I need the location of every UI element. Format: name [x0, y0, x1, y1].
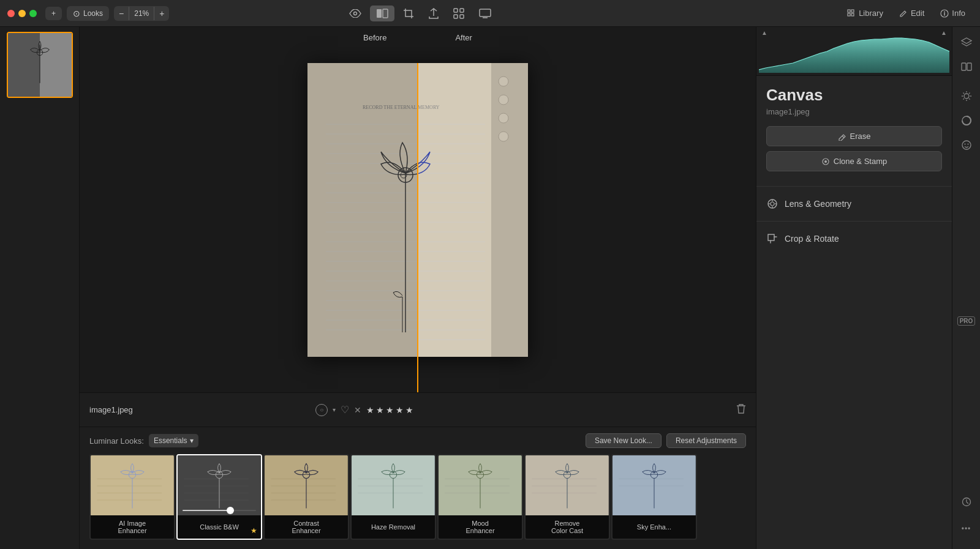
svg-point-19 [499, 77, 508, 86]
svg-point-149 [962, 141, 971, 149]
after-label: After [445, 32, 481, 43]
minimize-button[interactable] [18, 10, 26, 17]
look-slider[interactable] [178, 510, 261, 511]
share-tool-button[interactable] [423, 5, 445, 22]
svg-rect-18 [491, 63, 528, 357]
library-icon [847, 9, 856, 18]
looks-actions: Save New Look... Reset Adjustments [586, 433, 746, 448]
maximize-button[interactable] [29, 10, 37, 17]
history-button[interactable] [956, 491, 977, 512]
svg-point-21 [499, 113, 508, 123]
canvas-area: Before After [80, 27, 756, 549]
mood-button[interactable] [956, 135, 977, 155]
star-4[interactable]: ★ [396, 405, 404, 415]
color-icon [961, 115, 972, 126]
columns-icon [961, 62, 972, 71]
brightness-button[interactable] [956, 86, 977, 106]
svg-rect-10 [848, 13, 850, 16]
split-image-container[interactable]: RECORD THE ETERNAL MEMORY [307, 63, 528, 357]
look-thumb-bg [91, 455, 174, 515]
image-filename: image1.jpeg [89, 405, 151, 414]
look-sky-enhancer[interactable]: Sky Enha... [611, 454, 697, 540]
look-mood-enhancer[interactable]: MoodEnhancer [437, 454, 523, 540]
color-button[interactable] [956, 110, 977, 131]
star-3[interactable]: ★ [386, 405, 394, 415]
top-bar-right: Library Edit Info [840, 6, 973, 21]
svg-point-22 [499, 132, 508, 141]
circle-rating-button[interactable]: ○ [315, 404, 328, 416]
compare-tool-button[interactable] [370, 6, 394, 21]
lens-geometry-section: Lens & Geometry [756, 186, 952, 221]
look-thumb-bg [178, 455, 261, 515]
zoom-in-button[interactable]: + [154, 6, 169, 21]
circle-icon: ○ [320, 406, 323, 413]
look-contrast-enhancer[interactable]: ContrastEnhancer [263, 454, 349, 540]
looks-thumbnails: AI ImageEnhancer [80, 454, 756, 549]
star-2[interactable]: ★ [376, 405, 384, 415]
svg-text:RECORD THE ETERNAL MEMORY: RECORD THE ETERNAL MEMORY [363, 105, 418, 110]
svg-rect-14 [8, 33, 40, 97]
look-remove-color-cast[interactable]: RemoveColor Cast [524, 454, 610, 540]
look-star-icon: ★ [251, 526, 257, 535]
svg-rect-8 [848, 10, 850, 12]
look-haze-removal[interactable]: Haze Removal [350, 454, 436, 540]
grid-tool-button[interactable] [447, 5, 470, 22]
look-ai-image-enhancer[interactable]: AI ImageEnhancer [89, 454, 175, 540]
save-new-look-button[interactable]: Save New Look... [586, 433, 662, 448]
looks-icon: ⊙ [73, 9, 80, 18]
more-options-button[interactable]: ••• [956, 518, 977, 539]
library-button[interactable]: Library [840, 6, 891, 21]
split-divider[interactable] [417, 63, 418, 357]
clock-icon [962, 497, 971, 507]
lens-icon-svg [767, 198, 778, 209]
grid-icon [453, 8, 464, 19]
eye-tool-button[interactable] [343, 6, 368, 21]
close-button[interactable] [7, 10, 15, 17]
layers-button[interactable] [956, 32, 977, 53]
columns-button[interactable] [956, 56, 977, 77]
look-classic-bw[interactable]: Classic B&W ★ [176, 454, 262, 540]
looks-button[interactable]: ⊙ Looks [67, 6, 109, 21]
slider-thumb[interactable] [227, 507, 234, 514]
svg-rect-137 [962, 63, 966, 70]
split-line-extension [417, 357, 418, 393]
heart-button[interactable]: ♡ [341, 404, 349, 416]
edit-button[interactable]: Edit [892, 6, 932, 21]
filmstrip-item[interactable] [7, 32, 73, 98]
before-after-labels: Before After [353, 32, 482, 43]
svg-rect-6 [460, 15, 464, 18]
reset-adjustments-button[interactable]: Reset Adjustments [666, 433, 746, 448]
crop-tool-button[interactable] [397, 5, 420, 22]
add-button[interactable]: + [45, 7, 62, 20]
look-preview-svg [352, 455, 435, 515]
star-1[interactable]: ★ [366, 405, 374, 415]
reject-button[interactable]: ✕ [354, 405, 361, 415]
status-bar: image1.jpeg ○ ▾ ♡ ✕ ★ ★ ★ ★ ★ [80, 392, 756, 427]
monitor-tool-button[interactable] [473, 6, 497, 21]
svg-rect-136 [768, 234, 774, 241]
crop-rotate-icon [766, 233, 778, 245]
erase-button[interactable]: Erase [766, 126, 942, 146]
canvas-view: Before After [80, 27, 756, 392]
zoom-out-button[interactable]: − [114, 6, 129, 21]
look-preview-svg [265, 455, 348, 515]
info-button[interactable]: Info [933, 6, 973, 21]
lens-geometry-row[interactable]: Lens & Geometry [766, 192, 942, 216]
svg-line-146 [969, 93, 970, 94]
svg-rect-11 [851, 13, 854, 16]
look-label: AI ImageEnhancer [91, 515, 174, 539]
monitor-icon [479, 9, 491, 18]
canvas-section: Canvas image1.jpeg Erase Clone & Stamp [756, 76, 952, 186]
clone-stamp-button[interactable]: Clone & Stamp [766, 151, 942, 171]
svg-line-145 [969, 99, 970, 100]
essentials-dropdown[interactable]: Essentials ▾ [149, 434, 198, 447]
delete-button[interactable] [736, 403, 746, 417]
erase-icon [838, 132, 846, 141]
edit-icon [899, 9, 908, 18]
canvas-title: Canvas [766, 86, 942, 105]
look-label: Classic B&W [178, 515, 261, 539]
star-5[interactable]: ★ [405, 405, 413, 415]
look-label: ContrastEnhancer [265, 515, 348, 539]
look-label: Sky Enha... [612, 515, 696, 539]
crop-rotate-row[interactable]: Crop & Rotate [766, 226, 942, 251]
